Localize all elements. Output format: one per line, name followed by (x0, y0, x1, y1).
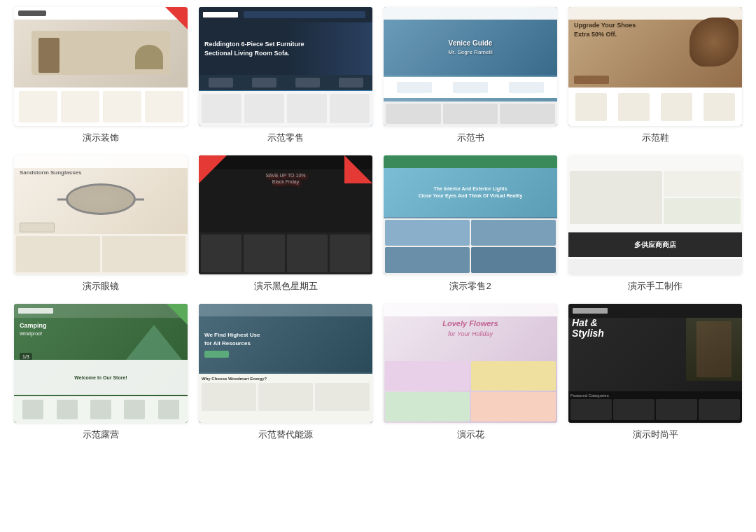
item-label: 演示装饰 (83, 132, 119, 144)
thumbnail-handcraft[interactable]: 多供应商商店 (568, 155, 742, 274)
list-item[interactable]: Sandstorm Sunglasses 演示眼镜 (14, 155, 188, 293)
hat-text: Hat & (572, 317, 598, 328)
stylish-text: Stylish (572, 328, 604, 339)
list-item[interactable]: Camping Windproof 1/3 Welcome In Our Sto… (14, 304, 188, 441)
list-item[interactable]: 演示装饰 (14, 7, 188, 144)
thumbnail-shoes[interactable]: Upgrade Your Shoes Extra 50% Off. (568, 7, 742, 126)
item-label: 示范露营 (83, 428, 119, 441)
list-item[interactable]: Reddington 6-Piece Set Furniture Section… (199, 7, 372, 144)
flower-title: Lovely Flowers (384, 318, 557, 330)
hero-sub: Sectional Living Room Sofa. (204, 49, 304, 58)
sandstorm-text: Sandstorm Sunglasses (20, 169, 81, 176)
venice-name: Mr. Segre Ramelli (448, 49, 493, 55)
item-label: 演示零售2 (449, 280, 491, 293)
thumbnail-fashion[interactable]: Hat & Stylish Featured Categories (568, 304, 742, 423)
item-label: 演示黑色星期五 (254, 280, 318, 293)
item-label: 示范替代能源 (258, 428, 313, 441)
thumbnail-books[interactable]: Venice Guide Mr. Segre Ramelli (384, 7, 557, 126)
demo-grid: 演示装饰 Reddington 6-Piece Set Furniture Se… (14, 7, 742, 441)
item-label: 示范书 (457, 132, 484, 144)
featured-label: Featured Categories (570, 393, 740, 398)
thumbnail-decor[interactable] (14, 7, 188, 126)
thumbnail-energy[interactable]: We Find Highest Use for All Resources Wh… (199, 304, 372, 423)
list-item[interactable]: The Interior And Exterior Lights Close Y… (384, 155, 557, 293)
item-label: 演示手工制作 (628, 280, 682, 293)
flower-sub: for Your Holiday (448, 330, 493, 337)
thumbnail-blackfriday[interactable]: SAVE UP TO 10% Black Friday (199, 155, 372, 274)
banner-text: 多供应商商店 (634, 240, 676, 250)
thumbnail-flowers[interactable]: Lovely Flowers for Your Holiday (384, 304, 557, 423)
hero-title: Reddington 6-Piece Set Furniture (204, 40, 304, 49)
list-item[interactable]: Venice Guide Mr. Segre Ramelli 示范书 (384, 7, 557, 144)
item-label: 示范鞋 (642, 132, 669, 144)
thumbnail-retail[interactable]: Reddington 6-Piece Set Furniture Section… (199, 7, 372, 126)
upgrade-sub: Extra 50% Off. (574, 31, 617, 38)
hero7-text2: Close Your Eyes And Think Of Virtual Rea… (419, 193, 523, 198)
item-label: 演示花 (457, 428, 484, 441)
venice-title: Venice Guide (448, 38, 493, 48)
welcome-text: Welcome In Our Store! (74, 375, 127, 380)
thumbnail-camping[interactable]: Camping Windproof 1/3 Welcome In Our Sto… (14, 304, 188, 423)
list-item[interactable]: 多供应商商店 演示手工制作 (568, 155, 742, 293)
list-item[interactable]: Upgrade Your Shoes Extra 50% Off. 示范鞋 (568, 7, 742, 144)
item-label: 演示时尚平 (633, 428, 678, 441)
bf-save: SAVE UP TO 10% (199, 173, 372, 178)
item-label: 演示眼镜 (83, 280, 119, 293)
list-item[interactable]: Hat & Stylish Featured Categories 演示时尚平 (568, 304, 742, 441)
energy-headline: We Find Highest Use (204, 332, 260, 338)
upgrade-text: Upgrade Your Shoes (574, 22, 636, 29)
camping-sub: Windproof (20, 330, 47, 337)
list-item[interactable]: We Find Highest Use for All Resources Wh… (199, 304, 372, 441)
list-item[interactable]: SAVE UP TO 10% Black Friday 演示黑色星期五 (199, 155, 372, 293)
hero7-text1: The Interior And Exterior Lights (433, 186, 507, 191)
list-item[interactable]: Lovely Flowers for Your Holiday 演示花 (384, 304, 557, 441)
energy-sub: for All Resources (204, 340, 251, 346)
thumbnail-sunglasses[interactable]: Sandstorm Sunglasses (14, 155, 188, 274)
camping-title: Camping (20, 322, 47, 329)
thumbnail-retail2[interactable]: The Interior And Exterior Lights Close Y… (384, 155, 557, 274)
item-label: 示范零售 (267, 132, 304, 144)
why-title: Why Choose Woodmart Energy? (202, 377, 370, 381)
bf-text: Black Friday (199, 179, 372, 184)
